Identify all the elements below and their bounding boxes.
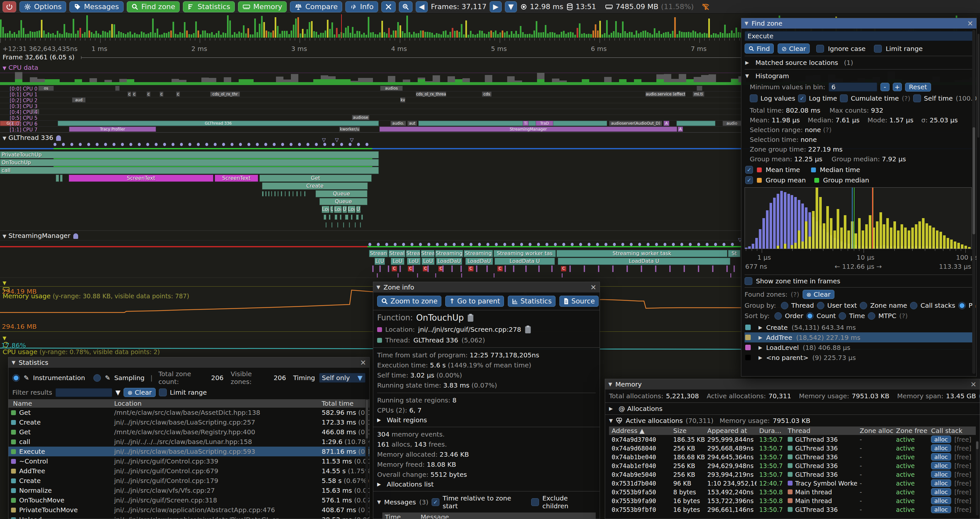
zone-bar[interactable]: St — [728, 250, 740, 257]
zone-fragment[interactable] — [296, 191, 298, 196]
sample-dot[interactable] — [647, 243, 649, 246]
alloc-button[interactable]: alloc — [931, 479, 951, 487]
sample-dot[interactable] — [469, 243, 473, 246]
streamingmanager-section-header[interactable]: ▼ StreamingManager — [3, 232, 78, 240]
sample-dot[interactable] — [163, 143, 166, 146]
statistics-row[interactable]: AddTreejni/../jni/src/guif/Control.cpp:6… — [8, 466, 369, 476]
sample-dot[interactable] — [62, 143, 65, 146]
zone-bar[interactable]: Streaming worker tas — [493, 250, 556, 257]
sample-dot[interactable] — [197, 143, 200, 146]
statistics-row[interactable]: OnTouchMovejni/../jni/src/guif/Screen.cp… — [8, 495, 369, 505]
zone-fragment[interactable] — [265, 191, 267, 196]
statistics-row[interactable]: Executejni/../jni/src/claw/base/LuaScrip… — [8, 447, 369, 456]
memory-titlebar[interactable]: ▼Memory ✕ — [605, 379, 980, 390]
zone-function-name[interactable]: OnTouchUp — [416, 313, 464, 323]
sample-dot[interactable] — [239, 143, 242, 146]
message-marker[interactable]: ▽ — [350, 137, 354, 143]
cpu-zone-bar[interactable]: c — [146, 91, 151, 97]
zone-fragment[interactable] — [349, 222, 350, 228]
zone-fragment[interactable] — [285, 191, 286, 196]
wait-regions-expander[interactable]: Wait regions — [387, 416, 427, 424]
zone-fragment[interactable] — [293, 191, 293, 196]
zoom-to-zone-button[interactable]: Zoom to zone — [377, 296, 441, 307]
sample-dot[interactable] — [377, 243, 380, 246]
sample-dot[interactable] — [172, 143, 175, 146]
self-time-checkbox[interactable] — [913, 94, 921, 102]
go-to-parent-button[interactable]: ↑Go to parent — [445, 296, 504, 307]
sample-dot[interactable] — [205, 143, 208, 146]
cpu-zone-bar[interactable]: aut — [407, 121, 417, 126]
sort-by-radio-count[interactable] — [806, 312, 814, 320]
sample-dot[interactable] — [444, 243, 447, 246]
group-by-radio-user-text[interactable] — [817, 302, 824, 309]
sample-dot[interactable] — [146, 143, 149, 146]
sample-dot[interactable] — [273, 143, 276, 146]
reset-button[interactable]: Reset — [905, 83, 931, 91]
sort-by-option-label[interactable]: Count — [816, 312, 836, 320]
zone-fragment[interactable] — [304, 191, 305, 196]
zone-fragment[interactable] — [281, 191, 282, 196]
sample-dot[interactable] — [571, 243, 574, 246]
found-zone-row[interactable]: ▶<no parent>(9) 225.73 µs — [745, 353, 973, 363]
cpu-zone-bar[interactable]: mi.ti — [693, 91, 704, 97]
cpu-zone-bar[interactable]: c — [132, 91, 136, 97]
cpu-zone-bar[interactable]: cds_ol_rx_thr — [210, 91, 240, 97]
memory-allocation-row[interactable]: 0x74ab1ef040256 KB294,629,948ns13:50.7GL… — [609, 461, 976, 470]
zone-bar[interactable]: LoU — [422, 258, 434, 265]
zone-fragment[interactable] — [271, 191, 272, 196]
zone-bar[interactable]: Loa — [322, 206, 329, 213]
statistics-row[interactable]: calljni/../jni/../../../src/claw/base/Lu… — [8, 437, 369, 447]
failed-zone-bar[interactable]: C — [392, 266, 397, 271]
sample-dot[interactable] — [436, 243, 439, 246]
sample-dot[interactable] — [138, 143, 141, 146]
zone-bar[interactable]: LoadDaU — [436, 258, 462, 265]
zoom-button[interactable] — [399, 1, 412, 12]
sort-by-option-label[interactable]: Order — [785, 312, 803, 320]
source-button[interactable]: Source — [559, 296, 599, 307]
memory-allocation-row[interactable]: 0x7553b9fa9016 bytes153,722,396ns13:50.8… — [609, 496, 976, 505]
sample-dot[interactable] — [722, 243, 725, 246]
close-icon[interactable]: ✕ — [590, 283, 597, 291]
sample-dot[interactable] — [332, 143, 335, 146]
cpu-zone-bar[interactable]: aud — [72, 97, 86, 102]
messages-expander[interactable]: Messages — [384, 498, 416, 506]
histogram-expander[interactable]: Histogram — [756, 72, 789, 80]
zone-bar[interactable]: Loa — [334, 206, 342, 213]
tools-button[interactable] — [381, 1, 396, 12]
failed-zone-bar[interactable]: C — [468, 266, 474, 271]
cpu-zone-bar[interactable]: c — [159, 91, 164, 97]
cpu-zone-bar[interactable]: kworker/u — [339, 126, 360, 132]
statistics-button[interactable]: Statistics — [183, 1, 235, 12]
column-header[interactable]: Appeared at — [705, 427, 757, 434]
zone-fragment[interactable] — [355, 222, 356, 228]
sort-by-radio-time[interactable] — [838, 312, 846, 320]
cpu-zone-bar[interactable]: GLThread 336 — [58, 121, 379, 126]
sample-dot[interactable] — [129, 143, 132, 146]
zone-info-titlebar[interactable]: ▼Zone info ✕ — [373, 282, 600, 292]
sample-dot[interactable] — [394, 243, 397, 246]
zone-bar[interactable]: PrivateTouchUp — [0, 151, 379, 158]
cpu-zone-bar[interactable]: os — [38, 86, 54, 91]
alloc-button[interactable]: alloc — [931, 444, 951, 452]
group-mean-checkbox[interactable]: ✓ — [745, 176, 753, 184]
statistics-row[interactable]: Createjni/../jni/src/claw/base/LuaScript… — [8, 417, 369, 427]
sample-dot[interactable] — [663, 243, 667, 246]
zone-bar[interactable] — [60, 175, 63, 182]
memory-scrollbar[interactable] — [976, 441, 979, 516]
log-values-checkbox[interactable] — [750, 94, 757, 102]
alloc-button[interactable]: alloc — [931, 488, 951, 496]
memory-allocation-row[interactable]: 0x7553b9fa508 bytes153,492,240ns13:50.8M… — [609, 487, 976, 496]
cpu-data-header[interactable]: ▼ CPU data — [3, 64, 38, 72]
zone-bar[interactable]: LoadData U — [558, 258, 730, 265]
sample-dot[interactable] — [298, 143, 301, 146]
memory-allocation-row[interactable]: 0x74ab9e5040256 KB293,994,219ns13:50.7GL… — [609, 470, 976, 479]
sample-dot[interactable] — [562, 243, 565, 246]
log-time-checkbox[interactable]: ✓ — [798, 94, 806, 102]
cpu-zone-bar[interactable]: audio — [722, 121, 741, 126]
alloc-button[interactable]: alloc — [931, 462, 951, 469]
frame-label[interactable]: Frame 32,661 (6.05 s) — [3, 53, 75, 61]
sample-dot[interactable] — [281, 143, 284, 146]
zone-bar[interactable]: Strea — [421, 250, 434, 257]
sampling-radio[interactable] — [93, 374, 101, 382]
sample-dot[interactable] — [385, 243, 388, 246]
